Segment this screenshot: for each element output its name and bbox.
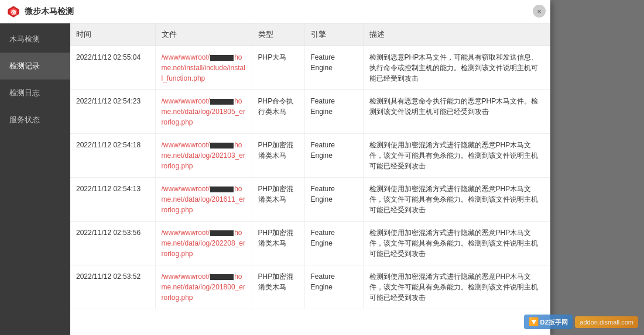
col-header-type: 类型 <box>252 23 304 46</box>
table-row: 2022/11/12 02:54:23/www/wwwroot/home.net… <box>70 90 550 134</box>
svg-text:微: 微 <box>11 9 17 15</box>
sidebar-item-detect-records[interactable]: 检测记录 <box>0 53 70 80</box>
cell-file: /www/wwwroot/home.net/data/log/201800_er… <box>155 265 252 309</box>
cell-type: PHP加密混淆类木马 <box>252 134 304 178</box>
sidebar-item-detect-log[interactable]: 检测日志 <box>0 80 70 106</box>
table-body: 2022/11/12 02:55:04/www/wwwroot/home.net… <box>70 46 550 309</box>
cell-time: 2022/11/12 02:53:52 <box>70 265 155 309</box>
table-container[interactable]: 时间 文件 类型 引擎 描述 2022/11/12 02:55:04/www/w… <box>70 23 550 335</box>
sidebar-item-trojan-detect[interactable]: 木马检测 <box>0 26 70 53</box>
data-table: 时间 文件 类型 引擎 描述 2022/11/12 02:55:04/www/w… <box>70 23 550 309</box>
table-header-row: 时间 文件 类型 引擎 描述 <box>70 23 550 46</box>
cell-engine: Feature Engine <box>304 46 363 90</box>
cell-desc: 检测到使用加密混淆方式进行隐藏的恶意PHP木马文件，该文件可能具有免杀能力。检测… <box>363 265 550 309</box>
table-row: 2022/11/12 02:55:04/www/wwwroot/home.net… <box>70 46 550 90</box>
modal-title: 微步木马检测 <box>25 6 74 17</box>
modal-overlay: 微 微步木马检测 × 木马检测 检测记录 检测日志 服务状态 时间 <box>0 0 644 335</box>
logo-icon: 微 <box>7 5 20 18</box>
modal-header: 微 微步木马检测 × <box>0 0 550 23</box>
table-row: 2022/11/12 02:54:13/www/wwwroot/home.net… <box>70 178 550 222</box>
cell-type: PHP大马 <box>252 46 304 90</box>
cell-file: /www/wwwroot/home.net/data/log/202208_er… <box>155 222 252 265</box>
cell-file: /www/wwwroot/home.net/install/include/in… <box>155 46 252 90</box>
cell-time: 2022/11/12 02:54:13 <box>70 178 155 222</box>
cell-time: 2022/11/12 02:53:56 <box>70 222 155 265</box>
cell-engine: Feature Engine <box>304 90 363 134</box>
sidebar-item-service-status[interactable]: 服务状态 <box>0 106 70 133</box>
modal-window: 微 微步木马检测 × 木马检测 检测记录 检测日志 服务状态 时间 <box>0 0 550 335</box>
watermark-badge: 🔽 DZ扳手网 <box>524 315 573 329</box>
sidebar: 木马检测 检测记录 检测日志 服务状态 <box>0 23 70 335</box>
table-row: 2022/11/12 02:54:18/www/wwwroot/home.net… <box>70 134 550 178</box>
watermark-url: addon.dismall.com <box>575 316 638 328</box>
cell-time: 2022/11/12 02:54:23 <box>70 90 155 134</box>
cell-type: PHP命令执行类木马 <box>252 90 304 134</box>
cell-file: /www/wwwroot/home.net/data/log/201805_er… <box>155 90 252 134</box>
cell-engine: Feature Engine <box>304 265 363 309</box>
table-row: 2022/11/12 02:53:52/www/wwwroot/home.net… <box>70 265 550 309</box>
modal-body: 木马检测 检测记录 检测日志 服务状态 时间 文件 类型 引擎 <box>0 23 550 335</box>
cell-time: 2022/11/12 02:54:18 <box>70 134 155 178</box>
content-area: 时间 文件 类型 引擎 描述 2022/11/12 02:55:04/www/w… <box>70 23 550 335</box>
cell-file: /www/wwwroot/home.net/data/log/202103_er… <box>155 134 252 178</box>
watermark: 🔽 DZ扳手网 addon.dismall.com <box>524 315 638 329</box>
cell-engine: Feature Engine <box>304 134 363 178</box>
cell-desc: 检测到使用加密混淆方式进行隐藏的恶意PHP木马文件，该文件可能具有免杀能力。检测… <box>363 178 550 222</box>
cell-desc: 检测到使用加密混淆方式进行隐藏的恶意PHP木马文件，该文件可能具有免杀能力。检测… <box>363 134 550 178</box>
col-header-file: 文件 <box>155 23 252 46</box>
col-header-engine: 引擎 <box>304 23 363 46</box>
cell-desc: 检测到具有恶意命令执行能力的恶意PHP木马文件。检测到该文件说明主机可能已经受到… <box>363 90 550 134</box>
close-button[interactable]: × <box>533 5 546 18</box>
table-row: 2022/11/12 02:53:56/www/wwwroot/home.net… <box>70 222 550 265</box>
cell-time: 2022/11/12 02:55:04 <box>70 46 155 90</box>
cell-type: PHP加密混淆类木马 <box>252 178 304 222</box>
cell-type: PHP加密混淆类木马 <box>252 265 304 309</box>
cell-engine: Feature Engine <box>304 178 363 222</box>
col-header-time: 时间 <box>70 23 155 46</box>
cell-desc: 检测到使用加密混淆方式进行隐藏的恶意PHP木马文件，该文件可能具有免杀能力。检测… <box>363 222 550 265</box>
cell-desc: 检测到恶意PHP木马文件，可能具有窃取和发送信息、执行命令或控制主机的能力。检测… <box>363 46 550 90</box>
cell-file: /www/wwwroot/home.net/data/log/201611_er… <box>155 178 252 222</box>
cell-engine: Feature Engine <box>304 222 363 265</box>
cell-type: PHP加密混淆类木马 <box>252 222 304 265</box>
col-header-desc: 描述 <box>363 23 550 46</box>
